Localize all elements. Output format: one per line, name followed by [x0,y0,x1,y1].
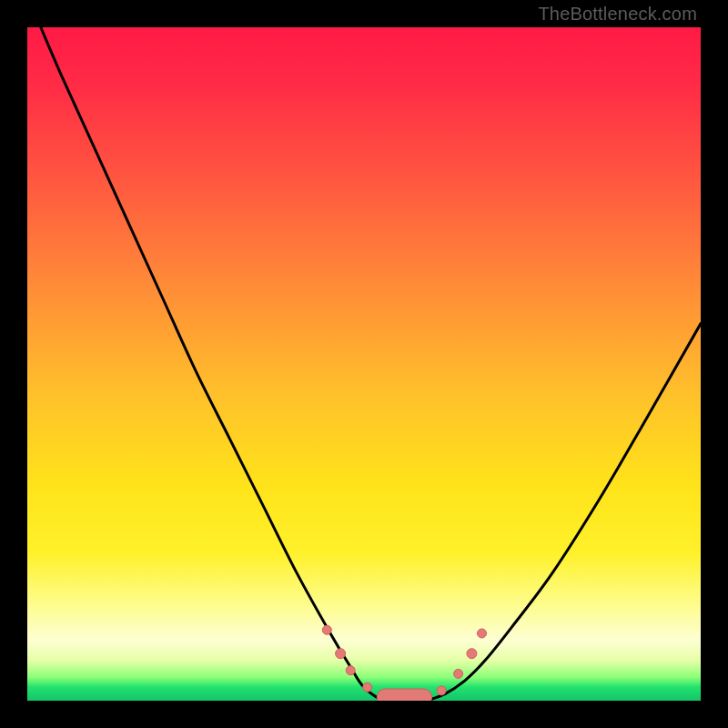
marker-dot [437,686,446,695]
marker-dot [322,625,331,634]
plot-area [27,27,701,701]
marker-dot [346,666,355,675]
marker-dot [336,649,346,659]
flat-region-capsule-rect [377,689,431,701]
flat-region-capsule [377,689,431,701]
chart-frame: TheBottleneck.com [0,0,728,728]
marker-dot [478,629,487,638]
bottleneck-curve-svg [27,27,701,701]
watermark-text: TheBottleneck.com [538,4,697,25]
marker-dot [363,682,372,692]
marker-dot [454,669,463,678]
marker-dot [467,649,477,659]
bottleneck-curve [41,27,701,701]
